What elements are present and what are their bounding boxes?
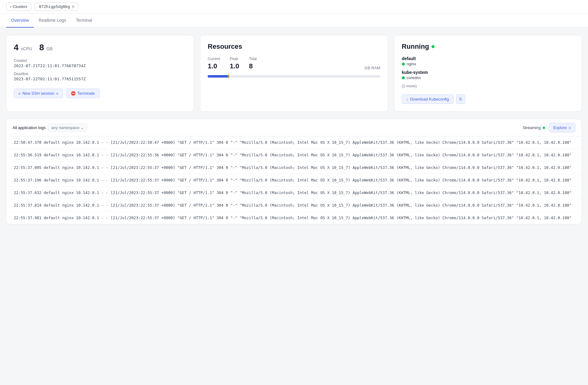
peak-label: Peak [230,57,239,61]
running-actions: ↓ Download Kubeconfig ⎘ [402,94,574,104]
tabs-bar: Overview Realtime Logs Terminal [0,13,588,28]
terminate-icon: ⛔ [71,91,76,96]
created-key: Created [14,59,186,63]
streaming-label: Streaming [522,125,541,130]
cards-row: 4 vCPU 8 GB Created 2023-07-21T22:11:01.… [6,35,582,112]
spec-title: 4 vCPU 8 GB [14,43,186,52]
total-val: 8 [249,62,257,70]
total-metric: Total 8 [249,57,257,70]
ssh-btn-label: New SSH session [22,91,54,96]
explore-btn-label: Explore [553,125,567,130]
terminate-button[interactable]: ⛔ Terminate [66,89,100,98]
download-icon: ↓ [406,97,409,101]
ram-unit: GB RAM [364,66,380,70]
pod-coredns: coredns [402,75,574,80]
log-entry: 22:50:47.370 default nginx 10.142.0.1 - … [6,136,582,149]
peak-metric: Peak 1.0 [230,57,239,70]
created-val: 2023-07-21T22:11:01.776670734Z [14,63,186,68]
pod-nginx-status-dot [402,63,405,66]
new-ssh-session-button[interactable]: » New SSH session » [14,89,63,98]
logs-toolbar: All application logs any namespace ⌄ Str… [6,119,582,136]
explore-button[interactable]: Explore » [549,123,575,132]
pod-coredns-status-dot [402,76,405,79]
tab-overview[interactable]: Overview [6,13,34,28]
chevron-down-icon: ⌄ [81,125,84,130]
namespace-kube-system: kube-system coredns [402,70,574,80]
resources-title: Resources [208,43,380,51]
current-label: Current [208,57,220,61]
log-entry: 22:55:36.519 default nginx 10.142.0.1 - … [6,149,582,162]
resource-bar-fill [208,75,228,78]
download-btn-label: Download Kubeconfig [410,97,449,101]
namespace-default-name: default [402,56,574,61]
spec-created-meta: Created 2023-07-21T22:11:01.776670734Z [14,59,186,68]
tab-realtime-logs[interactable]: Realtime Logs [34,13,71,28]
running-title-text: Running [402,43,429,51]
main-content: 4 vCPU 8 GB Created 2023-07-21T22:11:01.… [0,28,588,232]
resource-bar [208,75,380,78]
namespace-filter-value: any namespace [51,125,80,130]
pod-coredns-name: coredns [407,75,421,80]
spec-card: 4 vCPU 8 GB Created 2023-07-21T22:11:01.… [6,35,194,112]
deadline-val: 2023-07-22T02:11:01.776511557Z [14,77,186,81]
resource-bar-marker [228,74,229,79]
back-button-label: Clusters [13,4,27,9]
gb-label: GB [47,46,53,51]
terminate-btn-label: Terminate [77,91,95,96]
log-entry: 22:55:37.981 default nginx 10.142.0.1 - … [6,212,582,224]
copy-kubeconfig-button[interactable]: ⎘ [456,94,465,104]
download-kubeconfig-button[interactable]: ↓ Download Kubeconfig [402,94,454,104]
log-entry: 22:55:37.814 default nginx 10.142.0.1 - … [6,199,582,212]
current-metric: Current 1.0 [208,57,220,70]
more-namespaces-text: (1 more) [402,84,574,88]
top-bar: ‹ Clusters 072higp5dg0bg ⎘ [0,0,588,13]
back-button[interactable]: ‹ Clusters [6,2,31,11]
logs-actions: Streaming Explore » [522,123,575,132]
namespace-default: default nginx [402,56,574,66]
namespace-filter-select[interactable]: any namespace ⌄ [48,124,88,132]
total-label: Total [249,57,257,61]
pod-nginx: nginx [402,62,574,66]
explore-arrow-icon: » [569,125,571,130]
tab-terminal[interactable]: Terminal [71,13,97,28]
streaming-status-dot [543,127,545,129]
peak-val: 1.0 [230,62,239,70]
deadline-key: Deadline [14,72,186,76]
pod-nginx-name: nginx [407,62,416,66]
filter-label: All application logs [13,125,46,130]
chevron-left-icon: ‹ [10,4,11,9]
log-entry: 22:55:37.005 default nginx 10.142.0.1 - … [6,162,582,174]
copy-kubeconfig-icon: ⎘ [459,97,462,101]
running-title: Running [402,43,574,51]
cluster-id-badge: 072higp5dg0bg ⎘ [35,2,78,11]
namespace-kube-system-name: kube-system [402,70,574,75]
copy-cluster-id-icon[interactable]: ⎘ [72,5,74,9]
resources-metrics: Current 1.0 Peak 1.0 Total 8 GB RAM [208,57,380,70]
cluster-id-text: 072higp5dg0bg [39,4,70,9]
running-status-dot [432,45,435,48]
logs-filter: All application logs any namespace ⌄ [13,124,87,132]
spec-actions: » New SSH session » ⛔ Terminate [14,89,186,98]
spec-deadline-meta: Deadline 2023-07-22T02:11:01.776511557Z [14,72,186,81]
log-entries: 22:50:47.370 default nginx 10.142.0.1 - … [6,136,582,224]
streaming-badge: Streaming [522,125,545,130]
ssh-icon: » [18,91,21,96]
current-val: 1.0 [208,62,220,70]
log-entry: 22:55:37.632 default nginx 10.142.0.1 - … [6,187,582,199]
resources-card: Resources Current 1.0 Peak 1.0 Total 8 G… [200,35,388,112]
logs-section: All application logs any namespace ⌄ Str… [6,119,582,224]
gb-count: 8 [39,43,44,52]
running-card: Running default nginx kube-system coredn… [394,35,582,112]
log-entry: 22:55:37.196 default nginx 10.142.0.1 - … [6,174,582,187]
vcpu-count: 4 [14,43,19,52]
ssh-arrow-icon: » [56,91,58,96]
vcpu-label: vCPU [21,46,32,51]
